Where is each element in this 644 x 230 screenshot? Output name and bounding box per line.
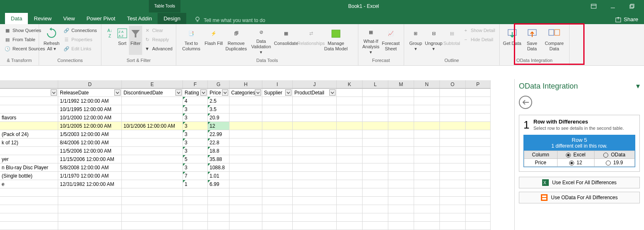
td-excel[interactable]: 12	[557, 159, 594, 167]
cell[interactable]	[337, 122, 363, 130]
cell[interactable]	[293, 114, 337, 122]
cell[interactable]	[293, 155, 337, 163]
col-header-O[interactable]: O	[440, 80, 466, 89]
cell[interactable]: yer	[0, 155, 58, 163]
cell[interactable]	[262, 155, 293, 163]
cell[interactable]	[388, 213, 414, 222]
td-odata[interactable]: 19.9	[594, 159, 634, 167]
cell[interactable]: (Single bottle)	[0, 172, 58, 180]
cell[interactable]	[466, 138, 491, 147]
col-header-N[interactable]: N	[414, 80, 440, 89]
cell-disc[interactable]	[122, 105, 183, 114]
cell[interactable]	[363, 130, 388, 138]
col-header-D[interactable]: D	[58, 80, 122, 89]
cell-rating[interactable]: 3	[183, 114, 208, 122]
cell[interactable]	[363, 172, 388, 180]
cell[interactable]	[414, 213, 440, 222]
cell[interactable]	[229, 114, 262, 122]
cell-rating[interactable]: 5	[183, 155, 208, 163]
cell[interactable]	[122, 222, 183, 230]
cell[interactable]	[0, 188, 58, 197]
cell[interactable]	[262, 147, 293, 155]
cell[interactable]	[262, 105, 293, 114]
cell[interactable]	[440, 147, 466, 155]
cell[interactable]	[388, 205, 414, 213]
tab-view[interactable]: View	[57, 13, 81, 24]
cell-price[interactable]: 6.99	[208, 180, 229, 188]
cell-rating[interactable]: 3	[183, 138, 208, 147]
odata-get-data-button[interactable]: Get Data	[502, 26, 522, 55]
sort-az-button[interactable]: A↓Z	[104, 26, 116, 55]
cell[interactable]	[337, 155, 363, 163]
filter-dropdown-icon[interactable]	[51, 89, 57, 96]
filter-dropdown-icon[interactable]	[255, 89, 261, 96]
cell[interactable]	[440, 205, 466, 213]
cell[interactable]	[262, 205, 293, 213]
cell[interactable]	[337, 105, 363, 114]
cell[interactable]	[208, 188, 229, 197]
cell-disc[interactable]	[122, 130, 183, 138]
tab-data[interactable]: Data	[5, 13, 28, 24]
cell[interactable]	[440, 105, 466, 114]
cell-disc[interactable]	[122, 180, 183, 188]
cell[interactable]	[229, 122, 262, 130]
cell[interactable]	[388, 114, 414, 122]
cell[interactable]	[414, 122, 440, 130]
cell[interactable]	[58, 222, 122, 230]
cell[interactable]	[183, 213, 208, 222]
cell-rating[interactable]: 1	[183, 180, 208, 188]
cell[interactable]	[363, 188, 388, 197]
cell[interactable]	[363, 97, 388, 105]
cell-rating[interactable]: 3	[183, 147, 208, 155]
cell-rating[interactable]: 3	[183, 105, 208, 114]
cell[interactable]	[466, 105, 491, 114]
cell[interactable]	[466, 180, 491, 188]
cell[interactable]	[466, 172, 491, 180]
th-odata[interactable]: OData	[594, 151, 634, 159]
cell[interactable]	[262, 188, 293, 197]
col-header-L[interactable]: L	[363, 80, 388, 89]
cell[interactable]	[293, 97, 337, 105]
group-button[interactable]: ⊞Group ▾	[407, 26, 424, 55]
cell-disc[interactable]	[122, 172, 183, 180]
cell-price[interactable]: 3.5	[208, 105, 229, 114]
cell[interactable]	[293, 172, 337, 180]
cell[interactable]	[293, 130, 337, 138]
cell[interactable]	[414, 163, 440, 172]
cell[interactable]	[388, 222, 414, 230]
cell[interactable]	[262, 130, 293, 138]
text-to-columns-button[interactable]: 📑Text to Columns	[179, 26, 204, 55]
cell[interactable]	[440, 89, 466, 97]
cell[interactable]	[440, 213, 466, 222]
cell[interactable]	[293, 163, 337, 172]
cell[interactable]	[0, 222, 58, 230]
cell[interactable]	[363, 105, 388, 114]
cell[interactable]	[440, 130, 466, 138]
use-odata-all-button[interactable]: Use OData For All Differences	[519, 192, 640, 203]
cell[interactable]	[466, 130, 491, 138]
cell[interactable]	[337, 205, 363, 213]
radio-odata-header[interactable]	[603, 153, 608, 158]
cell[interactable]	[229, 197, 262, 205]
cell[interactable]	[414, 222, 440, 230]
col-header-G[interactable]: G	[208, 80, 229, 89]
table-header-rating[interactable]: Rating	[183, 89, 208, 97]
filter-dropdown-icon[interactable]	[329, 89, 336, 96]
cell[interactable]	[414, 114, 440, 122]
cell[interactable]	[293, 213, 337, 222]
cell[interactable]	[388, 180, 414, 188]
cell[interactable]	[414, 138, 440, 147]
cell[interactable]	[466, 213, 491, 222]
cell[interactable]	[388, 197, 414, 205]
odata-compare-data-button[interactable]: Compare Data	[542, 26, 567, 55]
cell[interactable]	[229, 163, 262, 172]
cell[interactable]	[122, 197, 183, 205]
tab-review[interactable]: Review	[28, 13, 57, 24]
connections-button[interactable]: 🔗Connections	[62, 26, 99, 35]
cell[interactable]	[208, 213, 229, 222]
radio-excel-header[interactable]	[566, 153, 571, 158]
cell[interactable]: flavors	[0, 114, 58, 122]
cell[interactable]	[122, 188, 183, 197]
cell[interactable]	[0, 205, 58, 213]
col-header-F[interactable]: F	[183, 80, 208, 89]
